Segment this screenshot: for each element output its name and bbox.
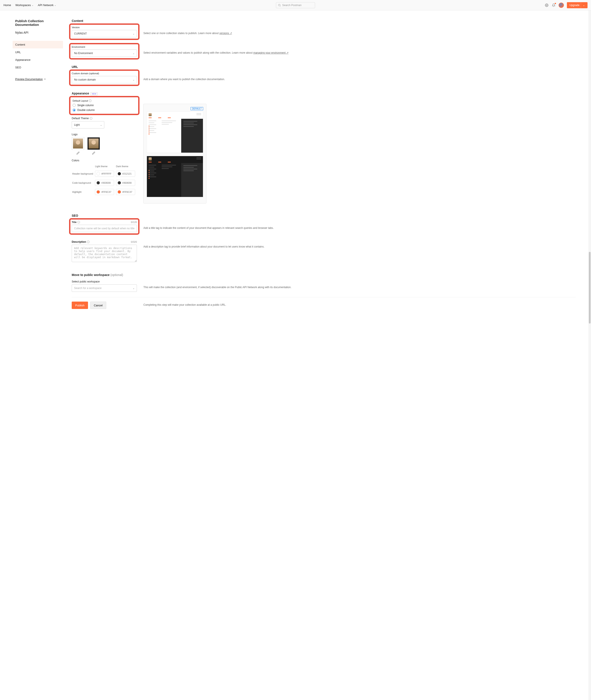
info-icon: i (77, 221, 80, 223)
code-bg-dark-input[interactable]: #303030 (116, 180, 135, 186)
sidebar-item-seo[interactable]: SEO (13, 64, 63, 71)
scrollbar-thumb[interactable] (589, 252, 591, 322)
section-seo-title: SEO (72, 214, 576, 217)
notification-dot (555, 3, 556, 4)
code-bg-label: Code background (72, 178, 94, 187)
search-icon (278, 4, 281, 7)
chevron-down-icon: ⌄ (581, 2, 585, 8)
highlight-domain: Custom domain (optional) No custom domai… (69, 70, 139, 86)
preview-documentation-link[interactable]: Preview Documentation (15, 78, 46, 81)
sidebar: Publish Collection Documentation Nylas A… (15, 19, 63, 313)
workspace-select[interactable]: Search for a workspace⌄ (72, 285, 137, 292)
upgrade-button[interactable]: Upgrade⌄ (567, 2, 588, 8)
svg-point-2 (546, 5, 547, 6)
highlight-layout: Default Layouti Single column Double col… (69, 96, 139, 115)
external-link-icon (44, 78, 46, 80)
environment-select[interactable]: No Environment⌄ (72, 50, 137, 57)
svg-point-0 (278, 4, 280, 6)
header-bg-label: Header background (72, 169, 94, 178)
app-header: Home Workspaces ⌄ API Network ⌄ Search P… (0, 0, 591, 10)
chevron-down-icon: ⌄ (133, 52, 134, 55)
highlight-environment: Environment No Environment⌄ (69, 43, 139, 60)
sidebar-item-url[interactable]: URL (13, 49, 63, 56)
preview-light-panel (147, 111, 203, 153)
new-badge: NEW (90, 92, 97, 95)
nav-workspaces[interactable]: Workspaces ⌄ (15, 3, 34, 7)
dark-theme-header: Dark theme (116, 164, 136, 169)
nav-home[interactable]: Home (3, 3, 11, 7)
light-theme-header: Light theme (95, 164, 115, 169)
seo-description-input[interactable] (72, 245, 137, 262)
scrollbar[interactable] (588, 10, 591, 322)
section-url-title: URL (72, 65, 576, 69)
radio-single-column[interactable]: Single column (73, 104, 136, 107)
select-workspace-label: Select public workspace (72, 280, 137, 283)
seo-title-input[interactable] (72, 225, 137, 232)
search-input[interactable]: Search Postman (276, 2, 315, 8)
seo-desc-info: Add a description tag to provide brief i… (143, 240, 576, 249)
chevron-down-icon: ⌄ (133, 79, 134, 81)
highlight-label: Highlight (72, 187, 94, 196)
footer-info-text: Completing this step will make your coll… (143, 302, 576, 307)
highlight-light-input[interactable]: #FF6C37 (95, 189, 114, 195)
workspace-info-text: This will make the collection (and envir… (143, 280, 576, 290)
header-bg-light-input[interactable]: #FFFFFF (95, 171, 114, 177)
version-select[interactable]: CURRENT⌄ (72, 30, 137, 37)
section-workspace-title: Move to public workspace (optional) (72, 273, 576, 277)
logo-dark-preview (87, 137, 100, 150)
seo-title-label: Title i (72, 221, 80, 223)
highlight-dark-input[interactable]: #FF6C37 (116, 189, 135, 195)
settings-icon[interactable] (545, 3, 549, 7)
pencil-icon (76, 152, 79, 155)
chevron-down-icon: ⌄ (100, 124, 102, 126)
info-icon: i (87, 241, 89, 243)
page-title: Publish Collection Documentation (15, 19, 63, 26)
environment-info-text: Select environment variables and values … (143, 46, 576, 55)
environment-label: Environment (72, 46, 137, 48)
logo-label: Logo (72, 133, 137, 136)
seo-desc-count: 0/320 (131, 241, 137, 243)
section-appearance-title: AppearanceNEW (72, 92, 576, 95)
version-info-text: Select one or more collection states to … (143, 26, 576, 35)
custom-domain-select[interactable]: No custom domain⌄ (72, 76, 137, 83)
colors-label: Colors (72, 159, 137, 162)
seo-title-count: 0/120 (131, 221, 137, 223)
highlight-seo-title: Title i 0/120 (69, 218, 139, 235)
default-theme-select[interactable]: Light⌄ (72, 121, 104, 129)
user-avatar[interactable] (559, 3, 564, 8)
api-name: Nylas API (15, 31, 63, 34)
appearance-preview-box: DEFAULT (143, 104, 206, 204)
chevron-down-icon: ⌄ (32, 4, 34, 6)
info-icon: i (89, 99, 91, 102)
edit-logo-light-button[interactable] (72, 152, 84, 155)
radio-double-column[interactable]: Double column (73, 108, 136, 111)
managing-environment-link[interactable]: managing your environment ↗ (253, 51, 288, 54)
version-label: Version (72, 26, 137, 29)
pencil-icon (92, 152, 95, 155)
svg-line-1 (280, 6, 281, 6)
chevron-down-icon: ⌄ (54, 4, 56, 6)
code-bg-light-input[interactable]: #303030 (95, 180, 114, 186)
custom-domain-label: Custom domain (optional) (72, 72, 137, 75)
sidebar-item-content[interactable]: Content (13, 41, 63, 49)
default-badge: DEFAULT (191, 107, 203, 110)
edit-logo-dark-button[interactable] (87, 152, 100, 155)
domain-info-text: Add a domain where you want to publish t… (143, 72, 576, 81)
section-content-title: Content (72, 19, 576, 22)
versions-link[interactable]: versions ↗ (219, 32, 232, 35)
seo-title-info: Add a title tag to indicate the content … (143, 221, 576, 230)
chevron-down-icon: ⌄ (133, 287, 134, 290)
cancel-button[interactable]: Cancel (90, 302, 106, 309)
logo-light-preview (72, 137, 84, 150)
info-icon: i (90, 117, 92, 120)
highlight-version: Version CURRENT⌄ (69, 23, 139, 40)
header-bg-dark-input[interactable]: #212121 (116, 171, 135, 177)
notifications-icon[interactable] (552, 3, 555, 7)
sidebar-item-appearance[interactable]: Appearance (13, 56, 63, 64)
preview-dark-panel (147, 156, 203, 197)
nav-api-network[interactable]: API Network ⌄ (38, 3, 56, 7)
default-theme-label: Default Themei (72, 117, 137, 120)
chevron-down-icon: ⌄ (133, 32, 134, 35)
seo-desc-label: Description i (72, 240, 89, 243)
publish-button[interactable]: Publish (72, 302, 88, 309)
